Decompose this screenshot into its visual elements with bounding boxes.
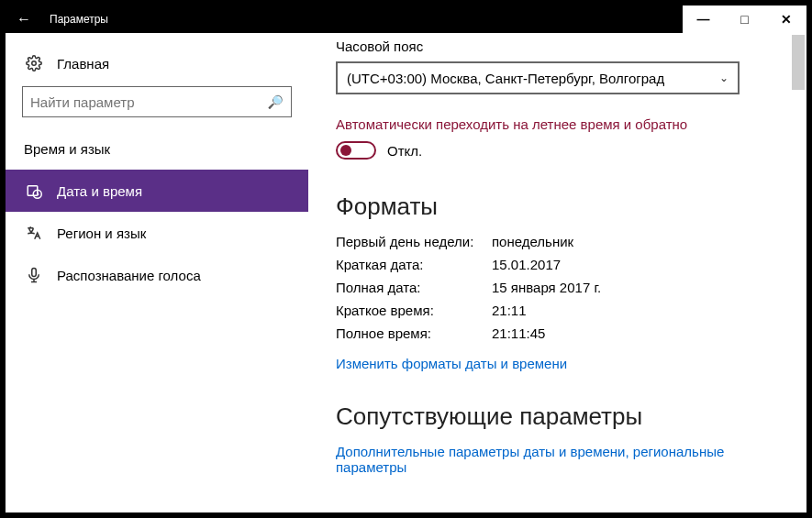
gear-icon [24,55,44,72]
home-label: Главная [57,56,109,72]
search-box[interactable]: 🔍 [22,86,292,117]
format-key: Полное время: [336,325,492,341]
format-row: Полная дата:15 января 2017 г. [336,280,779,295]
home-button[interactable]: Главная [6,50,308,86]
format-value: 15 января 2017 г. [492,280,601,295]
sidebar: Главная 🔍 Время и язык Дата и время Реги… [6,33,308,512]
svg-rect-3 [32,269,37,277]
sidebar-item-label: Дата и время [57,183,142,199]
format-value: 21:11:45 [492,325,545,341]
format-key: Первый день недели: [336,234,492,249]
related-heading: Сопутствующие параметры [336,402,779,431]
format-key: Полная дата: [336,280,492,295]
sidebar-item-speech[interactable]: Распознавание голоса [6,254,308,296]
scrollbar[interactable] [792,35,805,90]
search-input[interactable] [30,94,268,110]
maximize-button[interactable]: □ [724,6,765,33]
sidebar-item-label: Регион и язык [57,226,146,241]
timezone-label: Часовой пояс [336,39,779,54]
sidebar-item-label: Распознавание голоса [57,268,201,283]
close-button[interactable]: ✕ [765,6,806,33]
sidebar-item-date-time[interactable]: Дата и время [6,170,308,212]
search-icon: 🔍 [268,94,284,109]
titlebar: ← Параметры — □ ✕ [6,6,806,33]
svg-point-0 [32,61,37,66]
format-row: Краткое время:21:11 [336,303,779,318]
dst-toggle[interactable] [336,141,376,160]
dst-state: Откл. [387,143,422,159]
content-pane: Часовой пояс (UTC+03:00) Москва, Санкт-П… [308,33,806,512]
window-controls: — □ ✕ [683,6,806,33]
format-value: понедельник [492,234,573,249]
format-key: Краткая дата: [336,257,492,272]
language-icon [24,225,44,241]
category-label: Время и язык [6,134,308,170]
dst-label: Автоматически переходить на летнее время… [336,116,779,132]
clock-calendar-icon [24,182,44,199]
format-row: Краткая дата:15.01.2017 [336,257,779,272]
format-value: 15.01.2017 [492,257,561,272]
back-button[interactable]: ← [6,11,42,28]
format-row: Полное время:21:11:45 [336,325,779,341]
timezone-value: (UTC+03:00) Москва, Санкт-Петербург, Вол… [347,71,719,86]
format-row: Первый день недели:понедельник [336,234,779,249]
toggle-knob [340,145,351,156]
formats-heading: Форматы [336,193,779,221]
additional-settings-link[interactable]: Дополнительные параметры даты и времени,… [336,444,779,475]
sidebar-item-region-language[interactable]: Регион и язык [6,212,308,254]
window-title: Параметры [42,13,683,26]
format-value: 21:11 [492,303,527,318]
change-formats-link[interactable]: Изменить форматы даты и времени [336,356,567,371]
timezone-dropdown[interactable]: (UTC+03:00) Москва, Санкт-Петербург, Вол… [336,61,740,94]
format-key: Краткое время: [336,303,492,318]
minimize-button[interactable]: — [683,6,724,33]
chevron-down-icon: ⌄ [719,72,729,84]
microphone-icon [24,267,44,283]
